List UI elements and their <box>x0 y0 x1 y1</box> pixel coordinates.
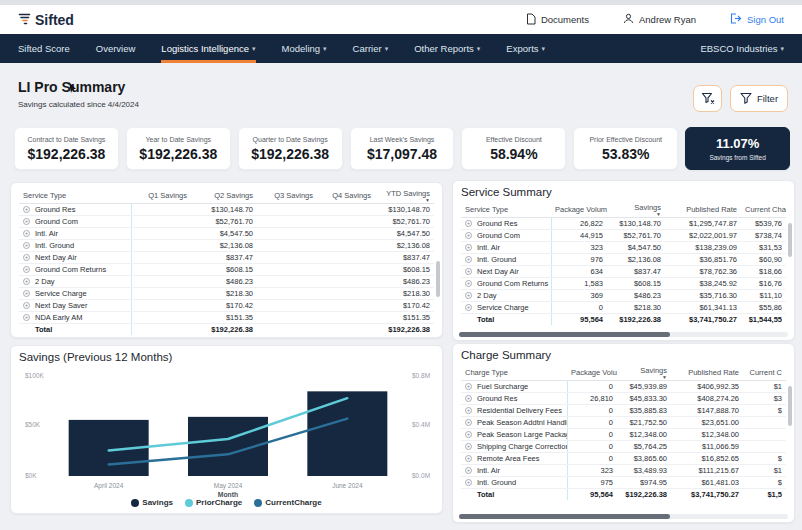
expand-row-icon[interactable] <box>465 407 472 414</box>
expand-row-icon[interactable] <box>23 206 30 213</box>
chevron-down-icon: ▾ <box>385 45 389 53</box>
value-cell: $151.35 <box>191 312 257 324</box>
nav-item-modeling[interactable]: Modeling▾ <box>282 34 327 63</box>
value-cell: $31,53 <box>741 242 786 254</box>
column-header-savings[interactable]: Savings▼ <box>617 364 671 381</box>
table-row: Intl. Air323$3,489.93$111,215.67$1 <box>461 465 786 477</box>
expand-row-icon[interactable] <box>465 292 472 299</box>
value-cell <box>257 252 317 264</box>
expand-row-icon[interactable] <box>465 431 472 438</box>
nav-item-exports[interactable]: Exports▾ <box>506 34 545 63</box>
value-cell: $837.47 <box>191 252 257 264</box>
value-cell <box>317 228 375 240</box>
column-header-package-volume[interactable]: Package Volume <box>567 364 617 381</box>
column-header-label: Package Volume <box>571 368 617 377</box>
value-cell: 1,583 <box>551 278 607 290</box>
table-row: Ground Com Returns1,583$608.15$38,245.92… <box>461 278 786 290</box>
document-icon <box>526 13 536 27</box>
expand-row-icon[interactable] <box>465 256 472 263</box>
row-label: 2 Day <box>477 291 497 300</box>
legend-item-currentcharge[interactable]: CurrentCharge <box>254 498 321 507</box>
column-header-q2-savings[interactable]: Q2 Savings <box>191 187 257 204</box>
expand-row-icon[interactable] <box>465 467 472 474</box>
nav-item-carrier[interactable]: Carrier▾ <box>353 34 389 63</box>
expand-row-icon[interactable] <box>23 278 30 285</box>
column-header-published-rate[interactable]: Published Rate <box>671 364 743 381</box>
expand-row-icon[interactable] <box>23 290 30 297</box>
sort-descending-icon: ▼ <box>621 375 667 379</box>
app-header: Sifted Documents Andrew Ryan Sign Out <box>0 5 802 34</box>
vertical-scrollbar[interactable] <box>436 261 440 297</box>
expand-row-icon[interactable] <box>465 268 472 275</box>
column-header-package-volume[interactable]: Package Volume <box>551 201 607 218</box>
column-header-savings[interactable]: Savings▼ <box>607 201 665 218</box>
column-header-q1-savings[interactable]: Q1 Savings <box>131 187 191 204</box>
value-cell: 634 <box>551 266 607 278</box>
nav-item-overview[interactable]: Overview <box>96 34 136 63</box>
expand-row-icon[interactable] <box>23 218 30 225</box>
column-header-q4-savings[interactable]: Q4 Savings <box>317 187 375 204</box>
legend-item-priorcharge[interactable]: PriorCharge <box>185 498 242 507</box>
total-value-cell: $1,544,55 <box>741 314 786 326</box>
horizontal-scrollbar-track[interactable] <box>459 332 788 337</box>
expand-row-icon[interactable] <box>23 230 30 237</box>
expand-row-icon[interactable] <box>465 419 472 426</box>
row-label-cell: Fuel Surcharge <box>461 381 567 393</box>
value-cell: $738,74 <box>741 230 786 242</box>
expand-row-icon[interactable] <box>23 302 30 309</box>
vertical-scrollbar[interactable] <box>788 223 792 257</box>
nav-item-sifted-score[interactable]: Sifted Score <box>18 34 70 63</box>
kpi-card-label: Last Week's Savings <box>370 136 435 143</box>
column-header-current-chan[interactable]: Current Chan <box>741 201 786 218</box>
expand-row-icon[interactable] <box>465 220 472 227</box>
expand-row-icon[interactable] <box>23 314 30 321</box>
expand-row-icon[interactable] <box>465 479 472 486</box>
sifted-logo[interactable]: Sifted <box>18 12 74 28</box>
expand-row-icon[interactable] <box>23 242 30 249</box>
value-cell: $52,761.70 <box>191 216 257 228</box>
expand-row-icon[interactable] <box>465 395 472 402</box>
expand-row-icon[interactable] <box>465 304 472 311</box>
expand-row-icon[interactable] <box>465 244 472 251</box>
column-header-service-type[interactable]: Service Type <box>461 201 551 218</box>
expand-row-icon[interactable] <box>465 383 472 390</box>
documents-link[interactable]: Documents <box>526 13 589 27</box>
value-cell: 0 <box>567 381 617 393</box>
legend-dot-icon <box>131 499 139 507</box>
user-icon <box>623 13 634 26</box>
column-header-published-rate[interactable]: Published Rate <box>665 201 741 218</box>
horizontal-scrollbar-thumb[interactable] <box>459 514 670 519</box>
row-label-cell: Ground Res <box>19 204 131 216</box>
user-menu[interactable]: Andrew Ryan <box>623 13 696 26</box>
column-header-service-type[interactable]: Service Type <box>19 187 131 204</box>
column-header-ytd-savings[interactable]: YTD Savings▼ <box>375 187 434 204</box>
legend-item-savings[interactable]: Savings <box>131 498 173 507</box>
row-label: Intl. Air <box>35 229 58 238</box>
expand-row-icon[interactable] <box>465 455 472 462</box>
horizontal-scrollbar-thumb[interactable] <box>459 332 670 337</box>
expand-row-icon[interactable] <box>465 443 472 450</box>
row-label-cell: Intl. Ground <box>461 254 551 266</box>
row-label-cell: Ground Res <box>461 393 567 405</box>
page-subtitle: Savings calculated since 4/4/2024 <box>18 100 139 109</box>
nav-item-label: Modeling <box>282 43 321 54</box>
nav-item-other-reports[interactable]: Other Reports▾ <box>414 34 480 63</box>
sign-out-link[interactable]: Sign Out <box>730 13 784 26</box>
nav-item-logistics-intelligence[interactable]: Logistics Intelligence▾ <box>161 34 255 63</box>
filter-button[interactable]: Filter <box>730 85 788 112</box>
column-header-current-c[interactable]: Current C <box>743 364 786 381</box>
column-header-charge-type[interactable]: Charge Type <box>461 364 567 381</box>
documents-label: Documents <box>541 14 589 25</box>
account-selector-ebsco-industries[interactable]: EBSCO Industries▾ <box>700 34 784 63</box>
expand-row-icon[interactable] <box>465 232 472 239</box>
bar-june-2024[interactable] <box>307 391 387 476</box>
horizontal-scrollbar-track[interactable] <box>459 514 788 519</box>
expand-row-icon[interactable] <box>23 254 30 261</box>
clear-filter-button[interactable] <box>693 85 722 112</box>
expand-row-icon[interactable] <box>465 280 472 287</box>
table-row: Fuel Surcharge0$45,939.89$406,992.35$1 <box>461 381 786 393</box>
vertical-scrollbar[interactable] <box>788 386 792 426</box>
expand-row-icon[interactable] <box>23 266 30 273</box>
column-header-q3-savings[interactable]: Q3 Savings <box>257 187 317 204</box>
table-row: Shipping Charge Corrections0$5,764.25$11… <box>461 441 786 453</box>
